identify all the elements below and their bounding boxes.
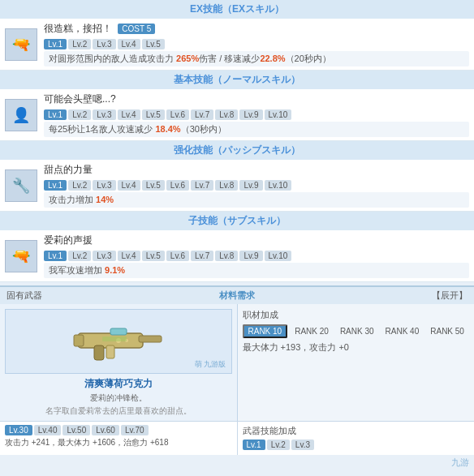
bonus-header-label: 职材加成 [243,309,470,321]
ss-lv7-btn[interactable]: Lv.7 [191,251,213,261]
ex-skill-header: EX技能（EXスキル） [0,0,474,19]
ps-lv10-btn[interactable]: Lv.10 [265,180,292,191]
ss-lv2-btn[interactable]: Lv.2 [68,251,91,261]
sub-skill-name: 爱莉的声援 [44,234,469,247]
sub-skill-level-row: Lv.1 Lv.2 Lv.3 Lv.4 Lv.5 Lv.6 Lv.7 Lv.8 … [44,251,469,261]
passive-skill-name: 甜点的力量 [44,163,469,177]
weapon-skill-lv-row: Lv.1 Lv.2 Lv.3 [243,440,470,450]
materials-header-left: 固有武器 [6,289,42,302]
materials-body: 萌 九游版 清爽薄荷巧克力 爱莉的冲锋枪。 名字取自爱莉常去的店里最喜欢的甜点。… [0,304,474,421]
normal-skill-desc: 每25秒让1名敌人攻速减少 18.4%（30秒内） [44,122,469,137]
normal-skill-content: 可能会头壁嗯...? Lv.1 Lv.2 Lv.3 Lv.4 Lv.5 Lv.6… [44,92,469,137]
ps-lv6-btn[interactable]: Lv.6 [166,180,189,191]
ss-lv8-btn[interactable]: Lv.8 [215,251,238,261]
ps-lv2-btn[interactable]: Lv.2 [68,180,91,191]
sub-skill-row: 🔫 爱莉的声援 Lv.1 Lv.2 Lv.3 Lv.4 Lv.5 Lv.6 Lv… [0,230,474,282]
ss-lv1-btn[interactable]: Lv.1 [44,251,67,261]
materials-header-right: 【辰开】 [432,289,468,302]
weapon-lv-row: Lv.30 Lv.40 Lv.50 Lv.60 Lv.70 [5,425,232,435]
sub-skill-icon: 🔫 [5,240,37,272]
weapon-image-area: 萌 九游版 [5,309,232,374]
ss-lv4-btn[interactable]: Lv.4 [118,251,140,261]
weapon-name: 清爽薄荷巧克力 [5,377,232,391]
normal-skill-row: 👤 可能会头壁嗯...? Lv.1 Lv.2 Lv.3 Lv.4 Lv.5 Lv… [0,89,474,141]
ns-lv9-btn[interactable]: Lv.9 [239,109,262,120]
normal-skill-level-row: Lv.1 Lv.2 Lv.3 Lv.4 Lv.5 Lv.6 Lv.7 Lv.8 … [44,109,469,120]
ex-skill-label: EX技能（EXスキル） [190,3,284,15]
wl-lv50-btn[interactable]: Lv.50 [62,425,90,435]
ex-skill-level-row: Lv.1 Lv.2 Lv.3 Lv.4 Lv.5 [44,39,469,49]
ns-lv5-btn[interactable]: Lv.5 [142,109,165,120]
wl-lv30-btn[interactable]: Lv.30 [5,425,32,435]
ex-skill-content: 很造糕，接招！ COST 5 Lv.1 Lv.2 Lv.3 Lv.4 Lv.5 … [44,22,469,66]
wl-lv40-btn[interactable]: Lv.40 [34,425,62,435]
ps-lv4-btn[interactable]: Lv.4 [118,180,140,191]
sub-skill-label: 子技能（サブスキル） [188,215,286,226]
rank-row: RANK 10 RANK 20 RANK 30 RANK 40 RANK 50 [243,324,470,338]
ns-lv3-btn[interactable]: Lv.3 [93,109,115,120]
ns-lv10-btn[interactable]: Lv.10 [265,109,292,120]
ns-lv1-btn[interactable]: Lv.1 [44,109,67,120]
ss-lv5-btn[interactable]: Lv.5 [142,251,165,261]
ex-skill-icon: 🔫 [5,28,37,61]
ps-lv7-btn[interactable]: Lv.7 [191,180,213,191]
lv4-btn[interactable]: Lv.4 [118,39,140,49]
lv2-btn[interactable]: Lv.2 [68,39,91,49]
normal-skill-name: 可能会头壁嗯...? [44,92,469,106]
weapon-skill-label: 武器技能加成 [243,425,470,437]
ps-lv5-btn[interactable]: Lv.5 [142,180,165,191]
rank20-btn[interactable]: RANK 20 [291,324,333,338]
ns-lv7-btn[interactable]: Lv.7 [191,109,213,120]
ss-lv6-btn[interactable]: Lv.6 [166,251,189,261]
svg-rect-3 [74,335,84,346]
weapon-svg [70,317,167,366]
passive-skill-row: 🔧 甜点的力量 Lv.1 Lv.2 Lv.3 Lv.4 Lv.5 Lv.6 Lv… [0,160,474,212]
svg-rect-4 [106,345,114,358]
rank30-btn[interactable]: RANK 30 [336,324,378,338]
wl-lv70-btn[interactable]: Lv.70 [121,425,149,435]
ps-lv3-btn[interactable]: Lv.3 [93,180,115,191]
ex-skill-row: 🔫 很造糕，接招！ COST 5 Lv.1 Lv.2 Lv.3 Lv.4 Lv.… [0,19,474,71]
normal-skill-header: 基本技能（ノーマルスキル） [0,71,474,89]
passive-skill-header: 强化技能（パッシブスキル） [0,141,474,160]
ps-lv9-btn[interactable]: Lv.9 [239,180,262,191]
ex-skill-name: 很造糕，接招！ COST 5 [44,22,469,36]
ss-lv3-btn[interactable]: Lv.3 [93,251,115,261]
rank10-btn[interactable]: RANK 10 [243,324,288,338]
svg-rect-5 [110,328,127,335]
ns-lv2-btn[interactable]: Lv.2 [68,109,91,120]
wsl-lv3-btn[interactable]: Lv.3 [291,440,314,450]
wsl-lv2-btn[interactable]: Lv.2 [267,440,290,450]
ss-lv10-btn[interactable]: Lv.10 [265,251,292,261]
weapon-level-section: Lv.30 Lv.40 Lv.50 Lv.60 Lv.70 攻击力 +241，最… [0,421,474,455]
cost-badge: COST 5 [118,24,155,34]
ns-lv6-btn[interactable]: Lv.6 [166,109,189,120]
ps-lv1-btn[interactable]: Lv.1 [44,180,67,191]
ns-lv4-btn[interactable]: Lv.4 [118,109,140,120]
lv1-btn[interactable]: Lv.1 [44,39,67,49]
wsl-lv1-btn[interactable]: Lv.1 [243,440,265,450]
weapon-panel: 萌 九游版 清爽薄荷巧克力 爱莉的冲锋枪。 名字取自爱莉常去的店里最喜欢的甜点。 [0,304,238,421]
sub-skill-desc: 我军攻速增加 9.1% [44,263,469,278]
lv3-btn[interactable]: Lv.3 [93,39,115,49]
normal-skill-icon: 👤 [5,99,37,131]
wl-lv60-btn[interactable]: Lv.60 [92,425,119,435]
bottom-watermark: 九游 [0,455,474,470]
svg-rect-8 [102,337,127,341]
ps-lv8-btn[interactable]: Lv.8 [215,180,238,191]
weapon-lv-left-panel: Lv.30 Lv.40 Lv.50 Lv.60 Lv.70 攻击力 +241，最… [0,422,238,455]
materials-section: 固有武器 材料需求 【辰开】 [0,285,474,421]
passive-skill-label: 强化技能（パッシブスキル） [174,144,300,156]
sub-skill-header: 子技能（サブスキル） [0,212,474,230]
rank50-btn[interactable]: RANK 50 [426,324,468,338]
ns-lv8-btn[interactable]: Lv.8 [215,109,238,120]
sub-skill-content: 爱莉的声援 Lv.1 Lv.2 Lv.3 Lv.4 Lv.5 Lv.6 Lv.7… [44,234,469,278]
svg-rect-2 [94,345,104,360]
passive-skill-icon: 🔧 [5,169,37,202]
bonus-panel: 职材加成 RANK 10 RANK 20 RANK 30 RANK 40 RAN… [238,304,475,421]
svg-rect-1 [139,336,162,342]
materials-header: 固有武器 材料需求 【辰开】 [0,287,474,304]
ss-lv9-btn[interactable]: Lv.9 [239,251,262,261]
rank40-btn[interactable]: RANK 40 [381,324,424,338]
lv5-btn[interactable]: Lv.5 [142,39,165,49]
